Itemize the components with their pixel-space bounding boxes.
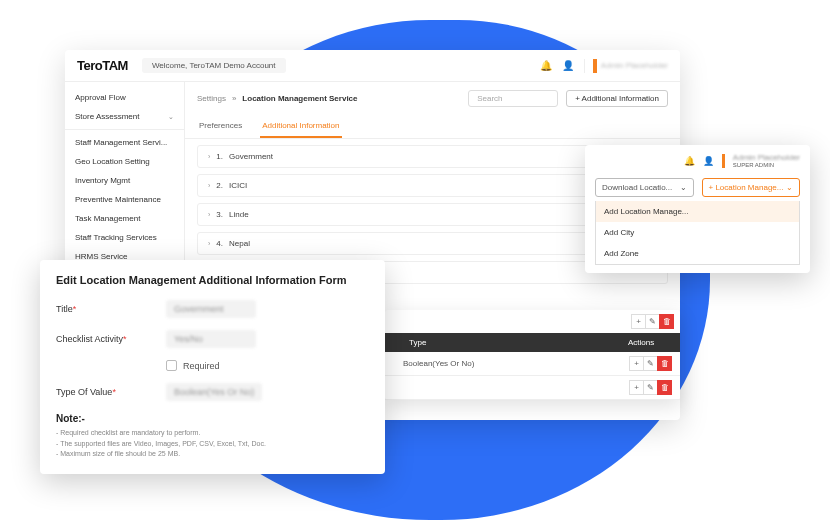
sidebar-item-approval-flow[interactable]: Approval Flow xyxy=(65,88,184,107)
row-add-button[interactable]: + xyxy=(629,356,644,371)
edit-form-modal: Edit Location Management Additional Info… xyxy=(40,260,385,474)
delete-button[interactable]: 🗑 xyxy=(659,314,674,329)
sidebar-item-staff-tracking[interactable]: Staff Tracking Services xyxy=(65,228,184,247)
location-manager-select[interactable]: + Location Manage...⌄ xyxy=(702,178,801,197)
label-type-of-value: Type Of Value* xyxy=(56,387,166,397)
chevron-down-icon: ⌄ xyxy=(786,183,793,192)
search-input[interactable]: Search xyxy=(468,90,558,107)
tab-additional-info[interactable]: Additional Information xyxy=(260,115,341,138)
chevron-right-icon: › xyxy=(208,153,210,160)
required-checkbox[interactable] xyxy=(166,360,177,371)
col-actions: Actions xyxy=(620,333,680,352)
tabs: Preferences Additional Information xyxy=(185,115,680,139)
user-icon[interactable]: 👤 xyxy=(562,60,574,71)
chevron-down-icon: ⌄ xyxy=(680,183,687,192)
input-type-of-value[interactable]: Boolean(Yes Or No) xyxy=(166,383,262,401)
sidebar-item-preventive[interactable]: Preventive Maintenance xyxy=(65,190,184,209)
tab-preferences[interactable]: Preferences xyxy=(197,115,244,138)
dd-add-city[interactable]: Add City xyxy=(596,222,799,243)
table-header: Type Actions xyxy=(385,333,680,352)
additional-info-button[interactable]: + Additional Information xyxy=(566,90,668,107)
breadcrumb: Settings » Location Management Service S… xyxy=(185,82,680,115)
topbar: TeroTAM Welcome, TeroTAM Demo Account 🔔 … xyxy=(65,50,680,82)
row-delete-button[interactable]: 🗑 xyxy=(657,356,672,371)
dd-add-location-manager[interactable]: Add Location Manage... xyxy=(596,201,799,222)
sidebar-item-inventory[interactable]: Inventory Mgmt xyxy=(65,171,184,190)
modal-title: Edit Location Management Additional Info… xyxy=(56,274,369,286)
note-line: - The supported files are Video, Images,… xyxy=(56,439,369,450)
download-location-select[interactable]: Download Locatio...⌄ xyxy=(595,178,694,197)
sidebar-item-store-assessment[interactable]: Store Assessment⌄ xyxy=(65,107,184,126)
bell-icon[interactable]: 🔔 xyxy=(540,60,552,71)
welcome-badge: Welcome, TeroTAM Demo Account xyxy=(142,58,286,73)
location-manager-popup: 🔔 👤 Admin Placeholder SUPER ADMIN Downlo… xyxy=(585,145,810,273)
chevron-right-icon: › xyxy=(208,211,210,218)
breadcrumb-current: Location Management Service xyxy=(242,94,357,103)
required-label: Required xyxy=(183,361,220,371)
sidebar-item-geo-location[interactable]: Geo Location Setting xyxy=(65,152,184,171)
bell-icon[interactable]: 🔔 xyxy=(684,156,695,166)
logo: TeroTAM xyxy=(77,58,128,73)
user-name: Admin Placeholder xyxy=(601,61,668,70)
location-manager-dropdown: Add Location Manage... Add City Add Zone xyxy=(595,201,800,265)
row-edit-button[interactable]: ✎ xyxy=(643,380,658,395)
table-row: + ✎ 🗑 xyxy=(385,376,680,400)
row-edit-button[interactable]: ✎ xyxy=(643,356,658,371)
note-line: - Required checklist are mandatory to pe… xyxy=(56,428,369,439)
add-button[interactable]: + xyxy=(631,314,646,329)
type-table: + ✎ 🗑 Type Actions Boolean(Yes Or No) + … xyxy=(385,310,680,400)
input-title[interactable]: Government xyxy=(166,300,256,318)
popup-user-role: SUPER ADMIN xyxy=(733,162,774,168)
cell-type: Boolean(Yes Or No) xyxy=(403,359,612,368)
sidebar-item-task-mgmt[interactable]: Task Management xyxy=(65,209,184,228)
table-row: Boolean(Yes Or No) + ✎ 🗑 xyxy=(385,352,680,376)
note-line: - Maximum size of file should be 25 MB. xyxy=(56,449,369,460)
row-add-button[interactable]: + xyxy=(629,380,644,395)
row-delete-button[interactable]: 🗑 xyxy=(657,380,672,395)
input-checklist-activity[interactable]: Yes/No xyxy=(166,330,256,348)
chevron-right-icon: › xyxy=(208,240,210,247)
sidebar-item-staff-mgmt[interactable]: Staff Management Servi... xyxy=(65,133,184,152)
avatar[interactable]: Admin Placeholder xyxy=(584,59,668,73)
note-heading: Note:- xyxy=(56,413,369,424)
user-icon[interactable]: 👤 xyxy=(703,156,714,166)
popup-user-name: Admin Placeholder xyxy=(733,153,800,162)
dd-add-zone[interactable]: Add Zone xyxy=(596,243,799,264)
label-title: Title* xyxy=(56,304,166,314)
breadcrumb-root[interactable]: Settings xyxy=(197,94,226,103)
label-checklist-activity: Checklist Activity* xyxy=(56,334,166,344)
chevron-right-icon: › xyxy=(208,182,210,189)
col-type: Type xyxy=(401,333,620,352)
chevron-down-icon: ⌄ xyxy=(168,113,174,121)
edit-button[interactable]: ✎ xyxy=(645,314,660,329)
